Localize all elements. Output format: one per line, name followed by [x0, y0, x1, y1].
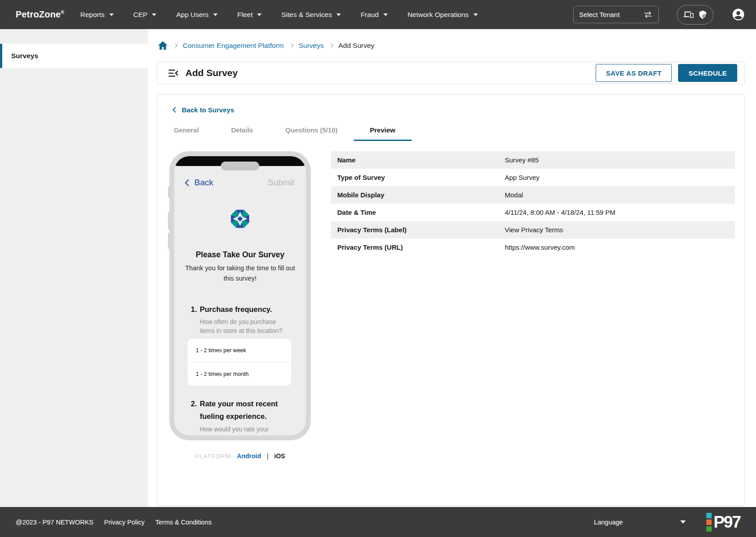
preview-question-2: 2. Rate your most recent fueling experie…	[174, 397, 306, 434]
table-row: Privacy Terms (Label) View Privacy Terms	[331, 221, 735, 239]
table-row: Mobile Display Modal	[331, 186, 735, 204]
chevron-down-icon	[257, 13, 262, 16]
platform-label: PLATFORM	[195, 453, 232, 460]
privacy-policy-link[interactable]: Privacy Policy	[104, 519, 144, 526]
chevron-down-icon	[473, 13, 478, 16]
tab-questions[interactable]: Questions (5/10)	[269, 120, 354, 141]
option-item: 1 - 2 times per week	[188, 339, 291, 362]
breadcrumb-link-surveys[interactable]: Surveys	[299, 42, 324, 50]
menu-item-app-users[interactable]: App Users	[176, 11, 217, 19]
chevron-down-icon	[680, 520, 686, 524]
chevron-left-icon	[172, 107, 178, 113]
back-to-surveys-link[interactable]: Back to Surveys	[173, 106, 744, 114]
top-nav: PetroZone® Reports CEP App Users Fleet S…	[0, 0, 756, 29]
p97-logo-squares	[706, 513, 712, 532]
breadcrumb: Consumer Engagement Platform Surveys Add…	[148, 29, 756, 62]
platform-divider: |	[267, 452, 269, 460]
p97-logo: P97	[706, 513, 740, 532]
breadcrumb-current: Add Survey	[339, 42, 374, 50]
question-1-options: 1 - 2 times per week 1 - 2 times per mon…	[188, 339, 291, 386]
save-as-draft-button[interactable]: SAVE AS DRAFT	[596, 64, 672, 82]
chevron-left-icon	[185, 179, 192, 186]
account-button[interactable]	[731, 8, 745, 21]
option-item: 1 - 2 times per month	[188, 362, 291, 386]
question-1-title: Purchase frequency.	[200, 303, 283, 315]
question-1-hint: How often do you purchase items in store…	[200, 318, 283, 335]
shield-settings-icon	[699, 10, 707, 19]
preview-submit-link: Submit	[268, 178, 294, 188]
menu-item-cep[interactable]: CEP	[133, 11, 157, 19]
account-circle-icon	[731, 8, 745, 21]
main-content: Consumer Engagement Platform Surveys Add…	[148, 29, 756, 507]
home-breadcrumb-link[interactable]	[158, 41, 168, 50]
phone-mockup: Back Submit	[169, 151, 311, 440]
main-menu: Reports CEP App Users Fleet Sites & Serv…	[80, 11, 477, 19]
table-row: Privacy Terms (URL) https://www.survey.c…	[331, 239, 735, 256]
chevron-right-icon	[173, 43, 178, 48]
question-2-title: Rate your most recent fueling experience…	[200, 397, 289, 422]
menu-open-icon[interactable]	[167, 67, 179, 79]
table-row: Type of Survey App Survey	[331, 169, 735, 186]
preview-back-link: Back	[186, 178, 213, 188]
tab-general[interactable]: General	[158, 120, 215, 141]
platform-switcher: PLATFORM Android | iOS	[169, 452, 311, 460]
chevron-down-icon	[109, 13, 114, 16]
phone-side-button	[168, 187, 169, 197]
menu-item-fleet[interactable]: Fleet	[237, 11, 262, 19]
question-2-hint: How would you rate your	[200, 425, 283, 434]
menu-item-network-operations[interactable]: Network Operations	[408, 11, 478, 19]
copyright-text: @2023 - P97 NETWORKS	[16, 519, 93, 526]
survey-details-table: Name Survey #85 Type of Survey App Surve…	[331, 151, 735, 460]
table-row: Name Survey #85	[331, 151, 735, 169]
platform-ios-link[interactable]: iOS	[274, 452, 285, 460]
terms-conditions-link[interactable]: Terms & Conditions	[155, 519, 212, 526]
swap-horizontal-icon	[643, 11, 653, 18]
preview-survey-subtitle: Thank you for taking the time to fill ou…	[183, 263, 297, 284]
survey-app-logo-icon	[230, 209, 250, 229]
page-title: Add Survey	[185, 68, 238, 78]
phone-side-button	[168, 233, 169, 249]
schedule-button[interactable]: SCHEDULE	[678, 64, 737, 82]
chevron-down-icon	[383, 13, 388, 16]
survey-tabs: General Details Questions (5/10) Preview	[157, 120, 744, 141]
chevron-down-icon	[213, 13, 218, 16]
preview-survey-title: Please Take Our Survey	[174, 249, 306, 260]
tab-preview[interactable]: Preview	[354, 120, 412, 141]
chevron-right-icon	[289, 43, 293, 48]
home-icon	[158, 41, 168, 50]
devices-icon	[683, 10, 694, 19]
phone-camera-notch	[221, 162, 259, 170]
phone-side-button	[168, 212, 169, 229]
page-header-bar: Add Survey SAVE AS DRAFT SCHEDULE	[157, 62, 745, 84]
devices-admin-button[interactable]	[677, 5, 713, 25]
menu-item-reports[interactable]: Reports	[80, 11, 113, 19]
phone-screen: Back Submit	[174, 156, 306, 435]
language-selector[interactable]: Language	[594, 519, 686, 526]
platform-android-link[interactable]: Android	[237, 452, 261, 460]
select-tenant-button[interactable]: Select Tenant	[573, 6, 659, 23]
footer: @2023 - P97 NETWORKS Privacy Policy Term…	[0, 507, 756, 537]
nav-right-tools: Select Tenant	[573, 5, 745, 25]
survey-form-card: Back to Surveys General Details Question…	[157, 94, 745, 506]
brand-logo: PetroZone®	[16, 9, 64, 20]
chevron-right-icon	[329, 43, 333, 48]
breadcrumb-link-cep[interactable]: Consumer Engagement Platform	[183, 42, 284, 50]
menu-item-fraud[interactable]: Fraud	[361, 11, 388, 19]
menu-item-sites-services[interactable]: Sites & Services	[281, 11, 341, 19]
table-row: Date & Time 4/11/24, 8:00 AM - 4/18/24, …	[331, 204, 735, 221]
sidebar-item-surveys[interactable]: Surveys	[0, 44, 148, 68]
sidebar: Surveys	[0, 29, 148, 507]
chevron-down-icon	[152, 13, 156, 16]
chevron-down-icon	[336, 13, 341, 16]
tab-details[interactable]: Details	[215, 120, 269, 141]
preview-question-1: 1. Purchase frequency. How often do you …	[174, 303, 306, 335]
